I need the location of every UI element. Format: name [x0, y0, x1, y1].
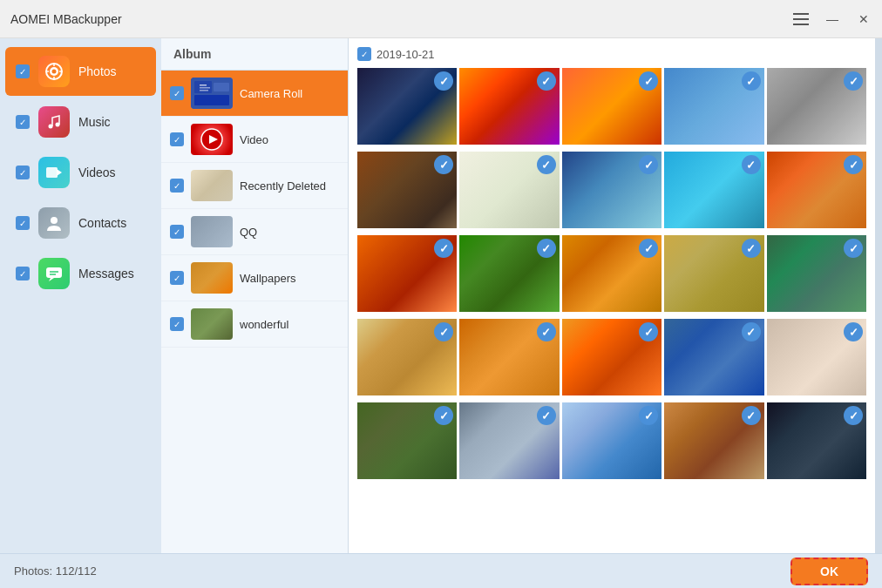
photo-cell[interactable]	[459, 235, 559, 312]
wonderful-checkbox[interactable]	[170, 317, 184, 331]
qq-thumb	[191, 216, 233, 247]
minimize-button[interactable]: —	[824, 11, 840, 27]
svg-rect-12	[46, 167, 58, 178]
photo-cell[interactable]	[357, 402, 457, 479]
photo-cell[interactable]	[767, 68, 866, 145]
photo-cell[interactable]	[664, 152, 763, 228]
svg-rect-24	[200, 87, 210, 89]
photo-check	[742, 406, 761, 425]
photo-cell[interactable]	[562, 235, 662, 312]
album-panel: Album Camera Roll	[161, 38, 349, 553]
qq-checkbox[interactable]	[170, 225, 184, 239]
menu-icon-button[interactable]	[793, 11, 809, 27]
sidebar-label-music: Music	[78, 115, 111, 129]
svg-marker-16	[49, 278, 54, 281]
wonderful-thumb	[191, 308, 233, 340]
photo-check	[434, 239, 453, 258]
album-item-video[interactable]: Video	[161, 117, 348, 163]
sidebar-item-messages[interactable]: Messages	[5, 249, 156, 298]
camera-roll-checkbox[interactable]	[170, 86, 184, 100]
photo-check	[742, 155, 761, 174]
photo-check	[742, 322, 761, 341]
photo-grid-row-3	[357, 235, 866, 312]
photo-check	[844, 322, 863, 341]
photo-cell[interactable]	[767, 235, 866, 312]
photo-check	[434, 406, 453, 425]
photo-check	[639, 71, 658, 91]
svg-rect-2	[793, 24, 809, 25]
sidebar-label-videos: Videos	[78, 166, 116, 179]
date-select-checkbox[interactable]	[357, 47, 371, 61]
music-checkbox[interactable]	[16, 115, 30, 129]
photo-cell[interactable]	[357, 319, 457, 395]
photo-check	[844, 155, 863, 174]
photo-check	[639, 406, 658, 425]
status-bar: Photos: 112/112 OK	[0, 553, 882, 588]
photo-grid-row-5	[357, 402, 866, 479]
photo-grid-row-2	[357, 152, 866, 228]
window-controls: — ✕	[793, 11, 872, 27]
svg-rect-21	[214, 83, 229, 91]
photo-cell[interactable]	[767, 402, 866, 479]
photo-cell[interactable]	[664, 235, 763, 312]
sidebar-label-photos: Photos	[78, 64, 117, 78]
video-checkbox[interactable]	[170, 132, 184, 146]
photo-cell[interactable]	[767, 319, 866, 395]
main-container: Photos Music Videos	[0, 38, 882, 553]
sidebar: Photos Music Videos	[0, 38, 161, 553]
photo-check	[639, 155, 658, 174]
title-bar: AOMEI MBackupper — ✕	[0, 0, 882, 38]
recently-deleted-thumb	[191, 170, 233, 201]
album-item-qq[interactable]: QQ	[161, 209, 348, 255]
photo-cell[interactable]	[562, 402, 662, 479]
photo-cell[interactable]	[664, 402, 763, 479]
photo-cell[interactable]	[357, 235, 457, 312]
sidebar-item-music[interactable]: Music	[5, 98, 156, 146]
album-item-wallpapers[interactable]: Wallpapers	[161, 255, 348, 301]
album-label-wonderful: wonderful	[240, 318, 288, 331]
photo-check	[639, 239, 658, 258]
photo-cell[interactable]	[562, 68, 662, 145]
svg-point-5	[52, 70, 57, 74]
photo-cell[interactable]	[664, 319, 763, 395]
photo-cell[interactable]	[562, 152, 662, 228]
album-item-camera-roll[interactable]: Camera Roll	[161, 71, 348, 117]
ok-button[interactable]: OK	[790, 558, 868, 585]
album-item-recently-deleted[interactable]: Recently Deleted	[161, 163, 348, 209]
photo-cell[interactable]	[459, 152, 559, 228]
videos-checkbox[interactable]	[16, 166, 30, 179]
photo-cell[interactable]	[357, 68, 457, 145]
messages-icon	[38, 258, 70, 289]
photo-cell[interactable]	[664, 68, 763, 145]
photo-cell[interactable]	[767, 152, 866, 228]
photos-checkbox[interactable]	[16, 64, 30, 78]
close-button[interactable]: ✕	[856, 11, 872, 27]
messages-checkbox[interactable]	[16, 267, 30, 280]
photo-check	[434, 71, 453, 91]
photo-cell[interactable]	[357, 152, 457, 228]
svg-rect-23	[200, 84, 207, 86]
sidebar-label-contacts: Contacts	[78, 216, 126, 230]
photo-check	[639, 322, 658, 341]
photo-cell[interactable]	[562, 319, 662, 395]
photo-cell[interactable]	[459, 68, 559, 145]
photo-cell[interactable]	[459, 319, 559, 395]
album-label-video: Video	[240, 133, 268, 146]
wallpapers-checkbox[interactable]	[170, 271, 184, 285]
svg-rect-22	[194, 95, 229, 105]
contacts-checkbox[interactable]	[16, 216, 30, 230]
photo-check	[434, 322, 453, 341]
photo-cell[interactable]	[459, 402, 559, 479]
photo-grid-row-4	[357, 319, 866, 395]
sidebar-item-photos[interactable]: Photos	[5, 47, 156, 96]
recently-deleted-checkbox[interactable]	[170, 179, 184, 193]
photos-icon	[38, 56, 70, 87]
album-label-qq: QQ	[240, 226, 257, 239]
svg-point-10	[49, 125, 53, 129]
scrollbar[interactable]	[875, 38, 882, 553]
album-item-wonderful[interactable]: wonderful	[161, 301, 348, 348]
sidebar-item-contacts[interactable]: Contacts	[5, 199, 156, 247]
sidebar-item-videos[interactable]: Videos	[5, 148, 156, 197]
photo-check	[434, 155, 453, 174]
photo-check	[537, 155, 556, 174]
